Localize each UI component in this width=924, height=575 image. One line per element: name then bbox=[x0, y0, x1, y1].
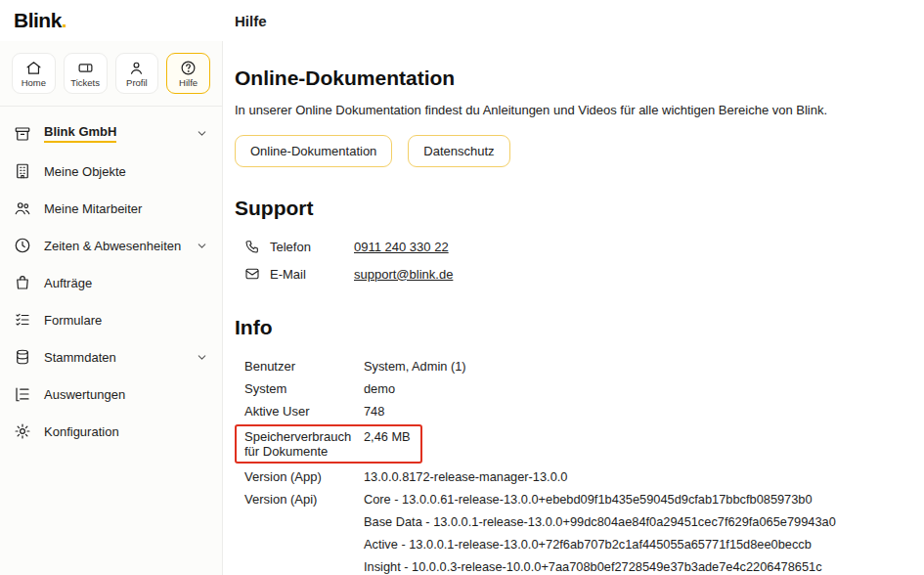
doc-button-row: Online-Dokumentation Datenschutz bbox=[235, 135, 901, 167]
user-icon bbox=[128, 60, 145, 76]
doc-section-title: Online-Dokumentation bbox=[235, 66, 901, 90]
briefcase-icon bbox=[14, 274, 31, 291]
quick-nav-hilfe[interactable]: Hilfe bbox=[166, 53, 210, 94]
email-label: E-Mail bbox=[270, 267, 354, 282]
support-section-title: Support bbox=[235, 197, 901, 220]
info-row-version-api-insight: Insight - 10.0.0.3-release-10.0.0+7aa708… bbox=[235, 555, 901, 575]
doc-description: In unserer Online Dokumentation findest … bbox=[235, 103, 901, 117]
info-row-aktive-user: Aktive User 748 bbox=[235, 400, 901, 422]
main-layout: Home Tickets Profil bbox=[0, 41, 924, 575]
sidebar-item-auftraege[interactable]: Aufträge bbox=[0, 264, 222, 301]
sidebar-nav: Blink GmbH Meine Objekte Meine Mitarb bbox=[0, 107, 222, 458]
logo-dot: . bbox=[62, 9, 66, 31]
benutzer-value: System, Admin (1) bbox=[364, 359, 891, 374]
quick-nav-tickets[interactable]: Tickets bbox=[64, 53, 108, 94]
quick-nav-tickets-label: Tickets bbox=[70, 77, 100, 88]
info-row-version-api-basedata: Base Data - 13.0.0.1-release-13.0.0+99dc… bbox=[235, 510, 901, 533]
system-label: System bbox=[244, 381, 354, 396]
telefon-link[interactable]: 0911 240 330 22 bbox=[354, 240, 449, 254]
sidebar-item-mitarbeiter[interactable]: Meine Mitarbeiter bbox=[0, 190, 222, 227]
quick-nav-profil-label: Profil bbox=[126, 77, 148, 88]
sidebar-item-stammdaten-label: Stammdaten bbox=[44, 350, 116, 365]
info-rows: Benutzer System, Admin (1) System demo A… bbox=[235, 355, 901, 575]
app-root: Blink. Hilfe Home Tickets bbox=[0, 0, 924, 575]
telefon-label: Telefon bbox=[270, 240, 354, 254]
chevron-down-icon bbox=[196, 240, 208, 252]
info-row-version-api-active: Active - 13.0.0.1-release-13.0.0+72f6ab7… bbox=[235, 533, 901, 555]
email-link[interactable]: support@blink.de bbox=[354, 267, 453, 282]
sidebar-item-auswertungen-label: Auswertungen bbox=[44, 387, 125, 402]
page-title: Hilfe bbox=[223, 13, 267, 29]
version-api-active-value: Active - 13.0.0.1-release-13.0.0+72f6ab7… bbox=[364, 537, 891, 552]
support-row-telefon: Telefon 0911 240 330 22 bbox=[235, 236, 901, 257]
main-content: Online-Dokumentation In unserer Online D… bbox=[223, 41, 924, 575]
system-value: demo bbox=[364, 381, 891, 396]
quick-nav-home-label: Home bbox=[22, 77, 46, 88]
quick-nav-home[interactable]: Home bbox=[12, 53, 56, 94]
online-dokumentation-button[interactable]: Online-Dokumentation bbox=[235, 135, 392, 167]
sidebar-item-konfiguration-label: Konfiguration bbox=[44, 424, 119, 439]
sidebar-item-company[interactable]: Blink GmbH bbox=[0, 114, 222, 153]
sidebar-item-auftraege-label: Aufträge bbox=[44, 276, 92, 290]
version-api-basedata-value: Base Data - 13.0.0.1-release-13.0.0+99dc… bbox=[364, 514, 891, 529]
info-row-version-app: Version (App) 13.0.0.8172-release-manage… bbox=[235, 465, 901, 488]
version-api-label: Version (Api) bbox=[244, 492, 354, 507]
sidebar-item-formulare-label: Formulare bbox=[44, 313, 102, 328]
version-api-core-value: Core - 13.0.0.61-release-13.0.0+ebebd09f… bbox=[364, 492, 891, 507]
info-row-benutzer: Benutzer System, Admin (1) bbox=[235, 355, 901, 377]
email-icon bbox=[244, 266, 270, 282]
clock-icon bbox=[14, 237, 31, 254]
sidebar-item-konfiguration[interactable]: Konfiguration bbox=[0, 413, 222, 450]
version-app-label: Version (App) bbox=[244, 469, 354, 484]
aktive-user-label: Aktive User bbox=[244, 404, 354, 419]
sidebar-item-formulare[interactable]: Formulare bbox=[0, 301, 222, 338]
phone-icon bbox=[244, 239, 270, 254]
info-section-title: Info bbox=[235, 316, 901, 339]
sidebar-item-stammdaten[interactable]: Stammdaten bbox=[0, 338, 222, 376]
chevron-down-icon bbox=[196, 127, 208, 140]
checklist-icon bbox=[14, 311, 31, 329]
logo-text: Blink bbox=[14, 9, 62, 31]
sidebar-item-zeiten[interactable]: Zeiten & Abwesenheiten bbox=[0, 227, 222, 264]
speicherverbrauch-label: Speicherverbrauch für Dokumente bbox=[244, 429, 354, 459]
blink-logo[interactable]: Blink. bbox=[14, 9, 66, 31]
benutzer-label: Benutzer bbox=[244, 359, 354, 374]
home-icon bbox=[25, 60, 42, 76]
quick-nav-profil[interactable]: Profil bbox=[115, 53, 159, 94]
aktive-user-value: 748 bbox=[364, 404, 891, 419]
help-icon bbox=[180, 60, 197, 76]
sidebar-item-zeiten-label: Zeiten & Abwesenheiten bbox=[44, 239, 181, 253]
version-api-insight-value: Insight - 10.0.0.3-release-10.0.0+7aa708… bbox=[364, 559, 891, 574]
logo-wrap: Blink. bbox=[0, 9, 223, 32]
info-row-speicherverbrauch: Speicherverbrauch für Dokumente 2,46 MB bbox=[235, 424, 422, 464]
chevron-down-icon bbox=[196, 351, 208, 364]
gear-icon bbox=[14, 422, 31, 440]
sidebar-item-company-label: Blink GmbH bbox=[44, 124, 116, 143]
speicherverbrauch-value: 2,46 MB bbox=[364, 429, 411, 444]
sidebar-item-auswertungen[interactable]: Auswertungen bbox=[0, 376, 222, 413]
support-row-email: E-Mail support@blink.de bbox=[235, 263, 901, 285]
version-app-value: 13.0.0.8172-release-manager-13.0.0 bbox=[364, 469, 891, 484]
info-row-version-api-core: Version (Api) Core - 13.0.0.61-release-1… bbox=[235, 488, 901, 510]
info-row-system: System demo bbox=[235, 377, 901, 400]
ticket-icon bbox=[77, 60, 94, 76]
sidebar-item-objekte[interactable]: Meine Objekte bbox=[0, 153, 222, 190]
sidebar: Home Tickets Profil bbox=[0, 41, 223, 575]
topbar: Blink. Hilfe bbox=[0, 0, 924, 41]
people-icon bbox=[14, 199, 31, 217]
database-icon bbox=[14, 348, 31, 366]
datenschutz-button[interactable]: Datenschutz bbox=[408, 135, 509, 167]
sidebar-item-objekte-label: Meine Objekte bbox=[44, 164, 126, 179]
building-icon bbox=[14, 162, 31, 180]
quick-nav-hilfe-label: Hilfe bbox=[179, 77, 198, 88]
company-box-icon bbox=[14, 125, 31, 143]
report-list-icon bbox=[14, 385, 31, 403]
support-rows: Telefon 0911 240 330 22 E-Mail support@b… bbox=[235, 236, 901, 285]
sidebar-item-mitarbeiter-label: Meine Mitarbeiter bbox=[44, 201, 142, 216]
quick-nav: Home Tickets Profil bbox=[0, 49, 222, 107]
